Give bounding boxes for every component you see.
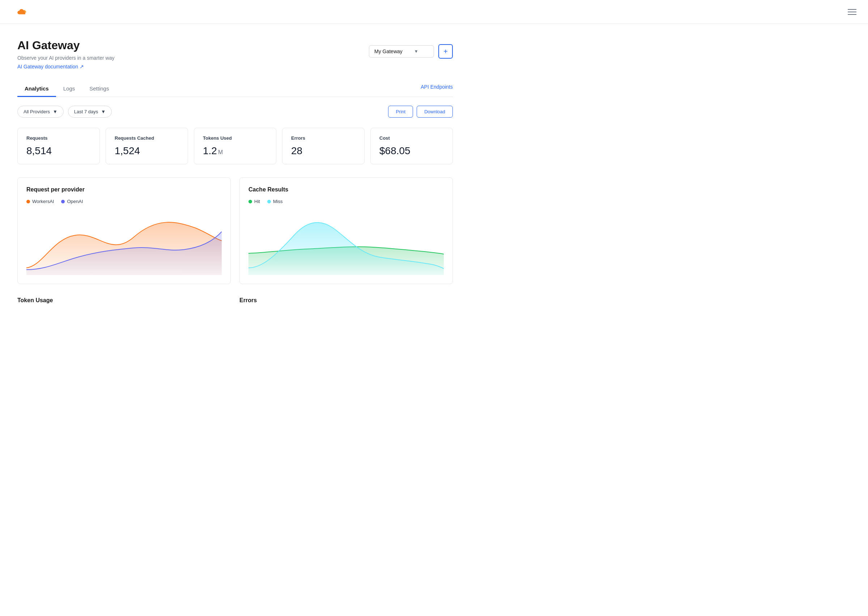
timerange-filter[interactable]: Last 7 days ▼	[68, 106, 112, 118]
stat-errors-label: Errors	[291, 135, 356, 141]
requests-chart-area	[27, 210, 222, 275]
main-content: AI Gateway Observe your AI providers in …	[0, 24, 470, 324]
header	[0, 0, 868, 24]
print-button[interactable]: Print	[388, 106, 413, 118]
page-subtitle: Observe your AI providers in a smarter w…	[17, 55, 114, 61]
stat-tokens-value: 1.2 M	[203, 145, 267, 157]
stat-requests-cached: Requests Cached 1,524	[106, 128, 188, 164]
openai-dot	[61, 200, 65, 203]
gateway-selector-value: My Gateway	[374, 49, 403, 54]
bottom-section: Token Usage Errors	[17, 297, 453, 310]
requests-chart-title: Request per provider	[27, 186, 222, 193]
hit-label: Hit	[254, 199, 260, 204]
tab-logs[interactable]: Logs	[56, 81, 83, 97]
page-title: AI Gateway	[17, 38, 114, 52]
stat-tokens-used: Tokens Used 1.2 M	[194, 128, 276, 164]
chevron-down-icon: ▼	[53, 109, 58, 115]
external-link-icon: ↗	[80, 64, 84, 69]
chevron-down-icon: ▼	[414, 49, 418, 54]
requests-per-provider-chart: Request per provider WorkersAI OpenAI	[17, 178, 231, 284]
stat-tokens-label: Tokens Used	[203, 135, 267, 141]
stat-tokens-unit: M	[218, 149, 223, 156]
errors-section: Errors	[240, 297, 453, 310]
openai-label: OpenAI	[67, 199, 83, 204]
legend-miss: Miss	[267, 199, 283, 204]
tab-analytics[interactable]: Analytics	[17, 81, 56, 97]
add-gateway-button[interactable]: +	[438, 44, 453, 59]
token-usage-section: Token Usage	[17, 297, 231, 310]
stat-errors-value: 28	[291, 145, 356, 157]
provider-filter[interactable]: All Providers ▼	[17, 106, 64, 118]
legend-workersai: WorkersAI	[27, 199, 54, 204]
miss-label: Miss	[273, 199, 283, 204]
api-endpoints-link[interactable]: API Endpoints	[421, 84, 453, 94]
stat-requests: Requests 8,514	[17, 128, 100, 164]
tabs: Analytics Logs Settings API Endpoints	[17, 81, 453, 97]
legend-hit: Hit	[249, 199, 260, 204]
doc-link-label: AI Gateway documentation	[17, 64, 78, 69]
legend-openai: OpenAI	[61, 199, 83, 204]
download-button[interactable]: Download	[417, 106, 453, 118]
doc-link[interactable]: AI Gateway documentation ↗	[17, 64, 84, 69]
stat-errors: Errors 28	[282, 128, 365, 164]
gateway-controls: My Gateway ▼ +	[369, 44, 453, 59]
page-header: AI Gateway Observe your AI providers in …	[17, 38, 114, 69]
timerange-filter-label: Last 7 days	[74, 109, 99, 115]
cache-results-chart: Cache Results Hit Miss	[240, 178, 453, 284]
cache-chart-title: Cache Results	[249, 186, 444, 193]
stat-requests-cached-label: Requests Cached	[114, 135, 179, 141]
provider-filter-label: All Providers	[24, 109, 50, 115]
token-usage-title: Token Usage	[17, 297, 231, 304]
stat-requests-cached-value: 1,524	[114, 145, 179, 157]
workersai-dot	[27, 200, 30, 203]
gateway-selector[interactable]: My Gateway ▼	[369, 45, 434, 58]
filters-row: All Providers ▼ Last 7 days ▼ Print Down…	[17, 106, 453, 118]
hamburger-menu[interactable]	[848, 9, 856, 15]
workersai-label: WorkersAI	[32, 199, 54, 204]
logo	[12, 6, 29, 18]
hit-dot	[249, 200, 252, 203]
filters-right: Print Download	[388, 106, 453, 118]
miss-dot	[267, 200, 271, 203]
filters-left: All Providers ▼ Last 7 days ▼	[17, 106, 112, 118]
requests-chart-legend: WorkersAI OpenAI	[27, 199, 222, 204]
top-section: AI Gateway Observe your AI providers in …	[17, 38, 453, 69]
stats-grid: Requests 8,514 Requests Cached 1,524 Tok…	[17, 128, 453, 164]
cache-chart-area	[249, 210, 444, 275]
stat-cost: Cost $68.05	[370, 128, 453, 164]
cache-chart-legend: Hit Miss	[249, 199, 444, 204]
stat-cost-value: $68.05	[379, 145, 444, 157]
charts-grid: Request per provider WorkersAI OpenAI	[17, 178, 453, 284]
errors-title: Errors	[240, 297, 453, 304]
stat-requests-label: Requests	[27, 135, 91, 141]
tabs-list: Analytics Logs Settings	[17, 81, 116, 97]
chevron-down-icon: ▼	[101, 109, 106, 115]
stat-cost-label: Cost	[379, 135, 444, 141]
stat-requests-value: 8,514	[27, 145, 91, 157]
tab-settings[interactable]: Settings	[82, 81, 116, 97]
